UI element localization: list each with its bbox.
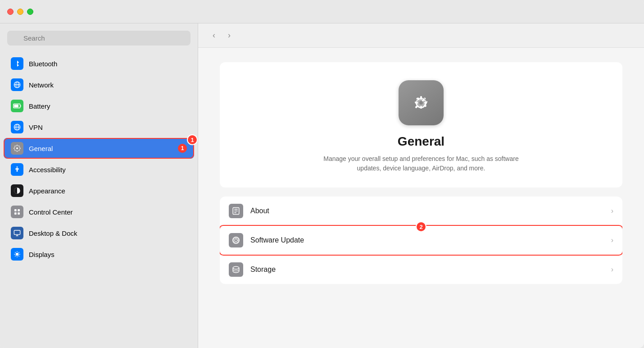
sidebar-item-network-label: Network [29, 81, 187, 89]
sidebar-item-vpn[interactable]: VPN [4, 117, 194, 137]
control-center-icon [11, 206, 23, 218]
software-update-chevron: › [611, 236, 613, 244]
sidebar-item-bluetooth[interactable]: Bluetooth [4, 53, 194, 74]
displays-icon [11, 248, 23, 261]
sidebar-item-battery-label: Battery [29, 102, 187, 110]
network-icon [11, 78, 23, 91]
sidebar-item-displays[interactable]: Displays [4, 244, 194, 265]
sidebar-item-desktop-dock[interactable]: Desktop & Dock [4, 223, 194, 243]
svg-point-17 [16, 253, 19, 256]
main-content-area: ⌕ Bluetooth [0, 23, 644, 348]
app-header-card: General Manage your overall setup and pr… [220, 62, 622, 188]
minimize-button[interactable] [17, 9, 23, 15]
svg-rect-29 [420, 97, 422, 100]
annotation-badge-1: 1 [187, 134, 198, 145]
svg-rect-32 [424, 102, 427, 104]
annotation-badge-2: 2 [416, 221, 426, 232]
maximize-button[interactable] [27, 9, 33, 15]
search-wrapper: ⌕ [7, 31, 190, 46]
forward-button[interactable]: › [224, 29, 234, 42]
sidebar-item-general-label: General [29, 145, 172, 152]
sidebar-item-bluetooth-label: Bluetooth [29, 60, 187, 68]
sidebar-item-vpn-label: VPN [29, 124, 187, 131]
nav-bar: ‹ › [198, 23, 644, 48]
sidebar-item-network[interactable]: Network [4, 74, 194, 95]
storage-chevron: › [611, 266, 613, 274]
svg-point-41 [235, 239, 237, 242]
general-badge: 1 [178, 144, 187, 153]
bluetooth-icon [11, 57, 23, 70]
sidebar-item-appearance-label: Appearance [29, 187, 187, 195]
sidebar-item-general[interactable]: General 1 1 [4, 138, 194, 159]
storage-icon [229, 262, 243, 277]
sidebar-item-control-center-label: Control Center [29, 208, 187, 216]
settings-content: General Manage your overall setup and pr… [198, 48, 644, 348]
sidebar-item-accessibility[interactable]: Accessibility [4, 159, 194, 180]
close-button[interactable] [7, 9, 14, 15]
svg-rect-12 [14, 212, 17, 215]
desktop-dock-icon [11, 227, 23, 239]
general-icon [11, 142, 23, 155]
sidebar-item-desktop-dock-label: Desktop & Dock [29, 229, 187, 237]
settings-list: About › Software U [220, 197, 622, 284]
svg-line-22 [15, 252, 15, 252]
app-title: General [398, 134, 444, 149]
about-chevron: › [611, 207, 613, 215]
svg-point-28 [419, 101, 423, 105]
traffic-lights [7, 9, 33, 15]
about-icon [229, 204, 243, 218]
app-icon-large [399, 80, 444, 125]
svg-rect-14 [14, 230, 20, 234]
svg-rect-15 [16, 235, 18, 236]
search-input[interactable] [7, 31, 190, 46]
svg-line-25 [15, 256, 15, 256]
settings-item-storage[interactable]: Storage › [220, 255, 622, 284]
settings-item-software-update[interactable]: Software Update › 2 [220, 226, 622, 255]
svg-rect-30 [420, 106, 422, 109]
svg-rect-11 [18, 209, 20, 211]
svg-rect-10 [14, 209, 17, 211]
appearance-icon [11, 184, 23, 197]
back-button[interactable]: ‹ [209, 29, 219, 42]
software-update-icon [229, 233, 243, 247]
settings-item-software-update-label: Software Update [250, 236, 604, 244]
sidebar-item-accessibility-label: Accessibility [29, 166, 187, 174]
settings-item-storage-label: Storage [250, 266, 604, 274]
titlebar [0, 0, 644, 23]
settings-item-about-label: About [250, 207, 604, 215]
search-container: ⌕ [0, 31, 198, 53]
battery-icon [11, 100, 23, 112]
main-panel: ‹ › [198, 23, 644, 348]
svg-line-24 [18, 252, 19, 252]
sidebar-item-appearance[interactable]: Appearance [4, 180, 194, 201]
system-settings-window: ⌕ Bluetooth [0, 0, 644, 348]
sidebar-item-displays-label: Displays [29, 251, 187, 258]
svg-rect-13 [18, 212, 20, 215]
svg-rect-31 [415, 102, 418, 104]
svg-rect-4 [14, 105, 18, 107]
vpn-icon [11, 121, 23, 133]
app-description: Manage your overall setup and preference… [313, 154, 529, 173]
sidebar: ⌕ Bluetooth [0, 23, 198, 348]
svg-line-23 [18, 256, 19, 256]
sidebar-item-battery[interactable]: Battery [4, 96, 194, 116]
sidebar-item-control-center[interactable]: Control Center [4, 201, 194, 222]
svg-point-44 [233, 266, 239, 269]
svg-point-8 [17, 166, 18, 168]
accessibility-icon [11, 163, 23, 176]
